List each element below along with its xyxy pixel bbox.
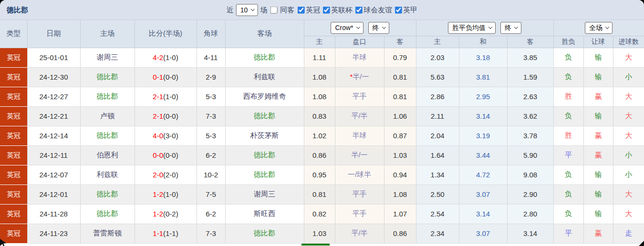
- home-team[interactable]: 伯恩利: [80, 145, 135, 165]
- same-away-label: 同客: [280, 5, 294, 14]
- odds-type-select[interactable]: 胜平负均值: [448, 22, 496, 34]
- bookmaker-stage-select[interactable]: 终: [368, 22, 389, 34]
- home-team[interactable]: 德比郡: [80, 204, 135, 224]
- away-team[interactable]: 德比郡: [225, 48, 304, 67]
- away-team[interactable]: 德比郡: [225, 145, 304, 165]
- home-team[interactable]: 德比郡: [80, 126, 135, 145]
- type-badge: 英冠: [0, 106, 27, 126]
- match-score: 2-1(0-0): [135, 106, 197, 126]
- corner-score: 2-9: [197, 67, 225, 87]
- match-score: 4-0(3-0): [135, 126, 197, 145]
- subcolumn-header: 主: [416, 36, 459, 48]
- handicap-result-cell: 输: [583, 184, 613, 204]
- avg-draw: 2.95: [459, 87, 507, 106]
- league-filter: 英冠: [297, 5, 320, 14]
- home-team[interactable]: 德比郡: [80, 87, 135, 106]
- away-team[interactable]: 德比郡: [225, 165, 304, 184]
- league-checkbox[interactable]: [395, 6, 402, 13]
- odds-away: 1.03: [384, 145, 416, 165]
- home-team[interactable]: 普雷斯顿: [80, 224, 135, 243]
- handicap-result-cell: 输: [583, 67, 613, 87]
- result-cell: 平: [553, 145, 583, 165]
- league-checkbox[interactable]: [322, 6, 330, 13]
- avg-home: 1.64: [416, 145, 459, 165]
- halftime-score: (0-0): [163, 112, 178, 120]
- top-bar: 德比郡 近 10 场 同客 英冠英联杯球会友谊英甲: [0, 0, 644, 20]
- match-score: 1-2(1-0): [135, 184, 197, 204]
- table-row: 英冠 24-12-07 利兹联 2-0(2-0) 10-2 德比郡 0.95 一…: [0, 165, 644, 184]
- result-cell: 负: [553, 165, 583, 184]
- match-score: 4-2(1-0): [135, 48, 197, 67]
- league-label: 球会友谊: [364, 5, 392, 14]
- type-badge: 英冠: [0, 48, 27, 67]
- goals-result-cell: 大: [613, 204, 644, 224]
- home-team[interactable]: 德比郡: [80, 67, 135, 87]
- fulltime-score: 1-2: [153, 210, 163, 218]
- match-score: 0-0(0-0): [135, 145, 197, 165]
- period-select[interactable]: 全场: [585, 22, 613, 34]
- away-team[interactable]: 朴茨茅斯: [225, 126, 304, 145]
- type-badge: 英冠: [0, 126, 27, 145]
- match-score: 2-0(2-0): [135, 165, 197, 184]
- handicap-result-cell: 输: [583, 165, 613, 184]
- league-checkbox[interactable]: [355, 6, 362, 13]
- home-team[interactable]: 卢顿: [80, 106, 135, 126]
- match-date: 24-11-23: [27, 224, 80, 243]
- home-team[interactable]: 谢周三: [80, 48, 135, 67]
- avg-away: 3.14: [507, 224, 553, 243]
- away-team[interactable]: 西布罗姆维奇: [225, 87, 304, 106]
- odds-stage-value: 终: [505, 23, 511, 32]
- near-label: 近: [227, 5, 234, 14]
- away-team[interactable]: 德比郡: [225, 224, 304, 243]
- odds-away: 0.81: [384, 67, 416, 87]
- away-team[interactable]: 德比郡: [225, 106, 304, 126]
- match-date: 24-12-27: [27, 87, 80, 106]
- goals-result-cell: 大: [613, 106, 644, 126]
- result-cell: 负: [553, 48, 583, 67]
- away-team[interactable]: 利兹联: [225, 67, 304, 87]
- table-row: 英冠 25-01-01 谢周三 4-2(1-0) 4-11 德比郡 1.11 半…: [0, 48, 644, 67]
- avg-away: 2.63: [507, 87, 553, 106]
- odds-stage-select[interactable]: 终: [500, 22, 521, 34]
- match-date: 24-12-07: [27, 165, 80, 184]
- goals-result-cell: 小: [613, 67, 644, 87]
- odds-home: 1.08: [304, 67, 335, 87]
- type-badge: 英冠: [0, 204, 27, 224]
- fulltime-score: 1-2: [153, 190, 163, 198]
- avg-draw: 3.14: [459, 106, 507, 126]
- type-badge: 英冠: [0, 87, 27, 106]
- chevron-down-icon: [605, 25, 609, 29]
- same-away-checkbox[interactable]: [270, 6, 277, 13]
- league-filter: 球会友谊: [354, 5, 392, 14]
- bookmaker-select[interactable]: Crow*: [331, 22, 363, 34]
- corner-score: 6-2: [197, 204, 225, 224]
- handicap-result-cell: 输: [583, 106, 613, 126]
- halftime-score: (0-0): [163, 151, 178, 159]
- home-team[interactable]: 德比郡: [80, 184, 135, 204]
- avg-away: 2.90: [507, 184, 553, 204]
- type-badge: 英冠: [0, 184, 27, 204]
- match-count-select[interactable]: 10: [236, 4, 258, 16]
- result-cell: 负: [553, 67, 583, 87]
- handicap: 平/半: [335, 106, 384, 126]
- fulltime-score: 4-2: [153, 53, 163, 62]
- goals-result-cell: 小: [613, 165, 644, 184]
- goals-result-cell: 大: [613, 126, 644, 145]
- corner-score: 5-3: [197, 87, 225, 106]
- league-checkbox[interactable]: [297, 6, 304, 13]
- chevron-down-icon: [488, 25, 492, 29]
- filter-bar: 近 10 场 同客 英冠英联杯球会友谊英甲: [227, 4, 418, 16]
- league-filter: 英甲: [394, 5, 417, 14]
- handicap-result-cell: 输: [583, 48, 613, 67]
- away-team[interactable]: 斯旺西: [225, 204, 304, 224]
- home-team[interactable]: 利兹联: [80, 165, 135, 184]
- type-badge: 英冠: [0, 224, 27, 243]
- odds-away: 0.94: [384, 165, 416, 184]
- league-label: 英甲: [403, 5, 417, 14]
- table-row: 英冠 24-12-11 伯恩利 0-0(0-0) 6-2 德比郡 0.86 半/…: [0, 145, 644, 165]
- away-team[interactable]: 谢周三: [225, 184, 304, 204]
- handicap-result-cell: 赢: [583, 224, 613, 243]
- halftime-score: (1-1): [163, 229, 178, 237]
- result-cell: 平: [553, 224, 583, 243]
- avg-away: 3.78: [507, 126, 553, 145]
